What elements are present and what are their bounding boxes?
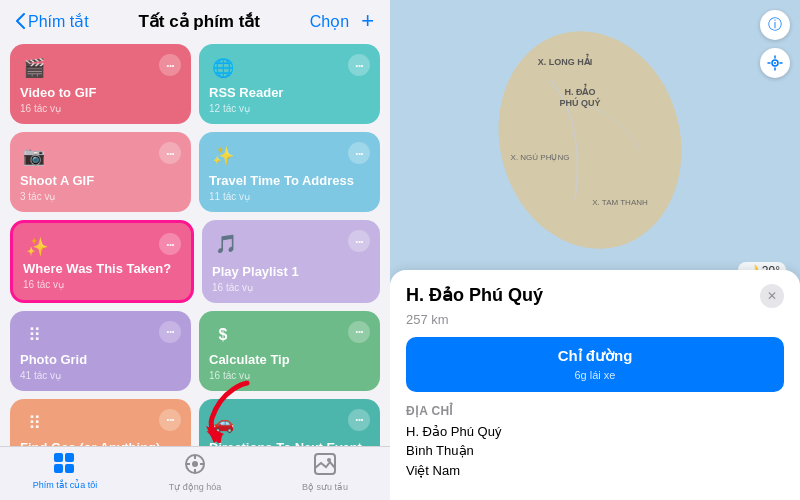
info-card: H. Đảo Phú Quý ✕ 257 km Chỉ đường 6g lái…	[390, 270, 800, 501]
car-icon: 🚗	[209, 409, 237, 437]
svg-rect-4	[54, 464, 63, 473]
directions-button[interactable]: Chỉ đường 6g lái xe	[406, 337, 784, 392]
camera-icon: 📷	[20, 142, 48, 170]
card-title: Shoot A GIF	[20, 173, 181, 189]
sparkle-icon: ✨	[209, 142, 237, 170]
more-button[interactable]: ···	[159, 233, 181, 255]
card-title: Calculate Tip	[209, 352, 370, 368]
dollar-icon: $	[209, 321, 237, 349]
card-tasks: 16 tác vụ	[209, 370, 370, 381]
more-button[interactable]: ···	[348, 321, 370, 343]
card-title: Where Was This Taken?	[23, 261, 181, 277]
svg-rect-2	[54, 453, 63, 462]
nav-my-shortcuts[interactable]: Phím tắt của tôi	[0, 453, 130, 492]
gallery-icon	[314, 453, 336, 480]
directions-label: Chỉ đường	[558, 347, 633, 364]
more-button[interactable]: ···	[159, 321, 181, 343]
card-title: RSS Reader	[209, 85, 370, 101]
shortcut-directions[interactable]: 🚗 ··· Directions To Next Event 3 tác vụ	[199, 399, 380, 446]
card-tasks: 16 tác vụ	[23, 279, 181, 290]
shortcut-photo-grid[interactable]: ⠿ ··· Photo Grid 41 tác vụ	[10, 311, 191, 391]
grid-row-3: ✨ ··· Where Was This Taken? 16 tác vụ 🎵 …	[10, 220, 380, 303]
nav-gallery[interactable]: Bộ sưu tầu	[260, 453, 390, 492]
place-distance: 257 km	[406, 312, 784, 327]
shortcut-video-to-gif[interactable]: 🎬 ··· Video to GIF 16 tác vụ	[10, 44, 191, 124]
grid-row-2: 📷 ··· Shoot A GIF 3 tác vụ ✨ ··· Travel …	[10, 132, 380, 212]
chon-button[interactable]: Chọn	[310, 12, 349, 31]
shortcut-rss-reader[interactable]: 🌐 ··· RSS Reader 12 tác vụ	[199, 44, 380, 124]
card-tasks: 12 tác vụ	[209, 103, 370, 114]
svg-point-14	[475, 20, 706, 260]
globe-icon: 🌐	[209, 54, 237, 82]
nav-automation[interactable]: Tự động hóa	[130, 453, 260, 492]
svg-text:PHÚ QUÝ: PHÚ QUÝ	[559, 97, 600, 108]
grid-row-4: ⠿ ··· Photo Grid 41 tác vụ $ ··· Calcula…	[10, 311, 380, 391]
page-title: Tất cả phím tắt	[138, 11, 260, 32]
card-title: Directions To Next Event	[209, 440, 370, 446]
music-icon: 🎵	[212, 230, 240, 258]
shortcuts-grid: 🎬 ··· Video to GIF 16 tác vụ 🌐 ··· RSS R…	[0, 38, 390, 446]
address-line1: H. Đảo Phú Quý	[406, 424, 501, 439]
address-line3: Việt Nam	[406, 463, 460, 478]
add-shortcut-button[interactable]: +	[361, 10, 374, 32]
sparkle2-icon: ✨	[23, 233, 51, 261]
shortcut-where-was[interactable]: ✨ ··· Where Was This Taken? 16 tác vụ	[10, 220, 194, 303]
left-panel: Phím tắt Tất cả phím tắt Chọn + 🎬 ··· Vi…	[0, 0, 390, 500]
card-title: Play Playlist 1	[212, 264, 370, 280]
card-title: Find Gas (or Anything)	[20, 440, 181, 446]
more-button[interactable]: ···	[348, 142, 370, 164]
more-button[interactable]: ···	[159, 409, 181, 431]
map-location-button[interactable]	[760, 48, 790, 78]
video-icon: 🎬	[20, 54, 48, 82]
card-tasks: 16 tác vụ	[20, 103, 181, 114]
grid-row-1: 🎬 ··· Video to GIF 16 tác vụ 🌐 ··· RSS R…	[10, 44, 380, 124]
address-text: H. Đảo Phú Quý Bình Thuận Việt Nam	[406, 422, 784, 481]
more-button[interactable]: ···	[159, 54, 181, 76]
svg-point-21	[774, 62, 776, 64]
card-title: Video to GIF	[20, 85, 181, 101]
nav-label: Phím tắt của tôi	[33, 480, 98, 490]
map-info-button[interactable]: ⓘ	[760, 10, 790, 40]
shortcut-shoot-gif[interactable]: 📷 ··· Shoot A GIF 3 tác vụ	[10, 132, 191, 212]
svg-rect-3	[65, 453, 74, 462]
info-close-button[interactable]: ✕	[760, 284, 784, 308]
more-button[interactable]: ···	[348, 409, 370, 431]
svg-text:X. NGÚ PHỤNG: X. NGÚ PHỤNG	[511, 153, 570, 162]
more-button[interactable]: ···	[348, 230, 370, 252]
automation-icon	[184, 453, 206, 480]
grid-row-5: ⠿ ··· Find Gas (or Anything) 3 tác vụ 🚗 …	[10, 399, 380, 446]
more-button[interactable]: ···	[159, 142, 181, 164]
back-label: Phím tắt	[28, 12, 89, 31]
card-tasks: 41 tác vụ	[20, 370, 181, 381]
bottom-nav: Phím tắt của tôi Tự động hóa	[0, 446, 390, 500]
nav-label: Bộ sưu tầu	[302, 482, 348, 492]
header-actions: Chọn +	[310, 10, 374, 32]
map-island-svg: X. LONG HẢI H. ĐẢO PHÚ QUÝ X. NGÚ PHỤNG …	[420, 20, 760, 260]
svg-text:X. TAM THANH: X. TAM THANH	[592, 198, 648, 207]
grid-icon: ⠿	[20, 321, 48, 349]
map-panel: X. LONG HẢI H. ĐẢO PHÚ QUÝ X. NGÚ PHỤNG …	[390, 0, 800, 500]
my-shortcuts-icon	[54, 453, 76, 478]
dots-icon: ⠿	[20, 409, 48, 437]
header: Phím tắt Tất cả phím tắt Chọn +	[0, 0, 390, 38]
card-tasks: 3 tác vụ	[20, 191, 181, 202]
svg-rect-5	[65, 464, 74, 473]
svg-point-7	[192, 461, 198, 467]
place-name: H. Đảo Phú Quý	[406, 284, 543, 306]
card-title: Travel Time To Address	[209, 173, 370, 189]
card-title: Photo Grid	[20, 352, 181, 368]
shortcut-travel-time[interactable]: ✨ ··· Travel Time To Address 11 tác vụ	[199, 132, 380, 212]
address-section-title: Địa chỉ	[406, 404, 784, 418]
back-button[interactable]: Phím tắt	[16, 12, 89, 31]
directions-sub: 6g lái xe	[575, 369, 616, 381]
more-button[interactable]: ···	[348, 54, 370, 76]
shortcut-find-gas[interactable]: ⠿ ··· Find Gas (or Anything) 3 tác vụ	[10, 399, 191, 446]
card-tasks: 11 tác vụ	[209, 191, 370, 202]
card-tasks: 16 tác vụ	[212, 282, 370, 293]
shortcut-calculate-tip[interactable]: $ ··· Calculate Tip 16 tác vụ	[199, 311, 380, 391]
nav-label: Tự động hóa	[169, 482, 222, 492]
svg-point-13	[327, 458, 331, 462]
address-line2: Bình Thuận	[406, 443, 474, 458]
shortcut-play-playlist[interactable]: 🎵 ··· Play Playlist 1 16 tác vụ	[202, 220, 380, 303]
